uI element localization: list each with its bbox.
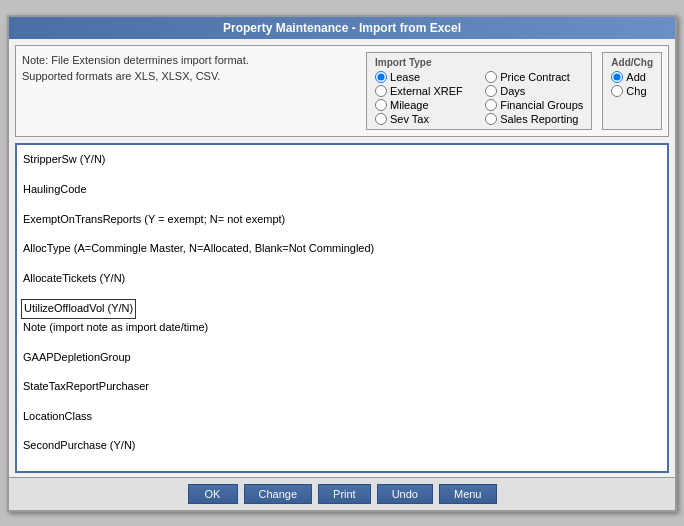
menu-button[interactable]: Menu [439, 484, 497, 504]
mileage-label: Mileage [390, 99, 429, 111]
list-item[interactable]: ExemptOnTransReports (Y = exempt; N= not… [21, 211, 663, 229]
sev-tax-label: Sev Tax [390, 113, 429, 125]
radio-chg[interactable]: Chg [611, 85, 653, 97]
list-item[interactable]: LocationClass [21, 408, 663, 426]
radio-mileage[interactable]: Mileage [375, 99, 473, 111]
radio-days[interactable]: Days [485, 85, 583, 97]
radio-price-contract[interactable]: Price Contract [485, 71, 583, 83]
chg-label: Chg [626, 85, 646, 97]
list-item[interactable]: UtilizeOffloadVol (Y/N) [21, 299, 136, 319]
add-chg-items: Add Chg [611, 71, 653, 97]
financial-groups-label: Financial Groups [500, 99, 583, 111]
import-type-box: Import Type Lease Price Contract Externa… [366, 52, 592, 130]
import-type-grid: Lease Price Contract External XREF Days … [375, 71, 583, 125]
list-item[interactable]: Note (import note as import date/time) [21, 319, 663, 337]
note-line1: Note: File Extension determines import f… [22, 52, 356, 69]
button-bar: OK Change Print Undo Menu [9, 477, 675, 510]
radio-sev-tax[interactable]: Sev Tax [375, 113, 473, 125]
ok-button[interactable]: OK [188, 484, 238, 504]
print-button[interactable]: Print [318, 484, 371, 504]
main-window: Property Maintenance - Import from Excel… [7, 15, 677, 512]
list-item[interactable]: GAAPDepletionGroup [21, 349, 663, 367]
days-label: Days [500, 85, 525, 97]
list-item[interactable]: AllocType (A=Commingle Master, N=Allocat… [21, 240, 663, 258]
price-contract-label: Price Contract [500, 71, 570, 83]
list-item[interactable]: HaulingCode [21, 181, 663, 199]
undo-button[interactable]: Undo [377, 484, 433, 504]
radio-lease[interactable]: Lease [375, 71, 473, 83]
add-label: Add [626, 71, 646, 83]
list-item[interactable]: SecondPurchase (Y/N) [21, 437, 663, 455]
list-item[interactable]: AllocateTickets (Y/N) [21, 270, 663, 288]
change-button[interactable]: Change [244, 484, 313, 504]
top-section: Note: File Extension determines import f… [15, 45, 669, 137]
note-line2: Supported formats are XLS, XLSX, CSV. [22, 68, 356, 85]
radio-sales-reporting[interactable]: Sales Reporting [485, 113, 583, 125]
window-title: Property Maintenance - Import from Excel [223, 21, 461, 35]
note-area: Note: File Extension determines import f… [22, 52, 356, 130]
radio-external-xref[interactable]: External XREF [375, 85, 473, 97]
list-item[interactable]: StripperSw (Y/N) [21, 151, 663, 169]
sales-reporting-label: Sales Reporting [500, 113, 578, 125]
lease-label: Lease [390, 71, 420, 83]
radio-financial-groups[interactable]: Financial Groups [485, 99, 583, 111]
title-bar: Property Maintenance - Import from Excel [9, 17, 675, 39]
add-chg-label: Add/Chg [611, 57, 653, 68]
list-item[interactable]: StateTaxReportPurchaser [21, 378, 663, 396]
external-xref-label: External XREF [390, 85, 463, 97]
field-list[interactable]: LatestCorrectedGravityLeaseType (OIL=Oil… [15, 143, 669, 473]
radio-add[interactable]: Add [611, 71, 653, 83]
import-type-label: Import Type [375, 57, 583, 68]
add-chg-box: Add/Chg Add Chg [602, 52, 662, 130]
